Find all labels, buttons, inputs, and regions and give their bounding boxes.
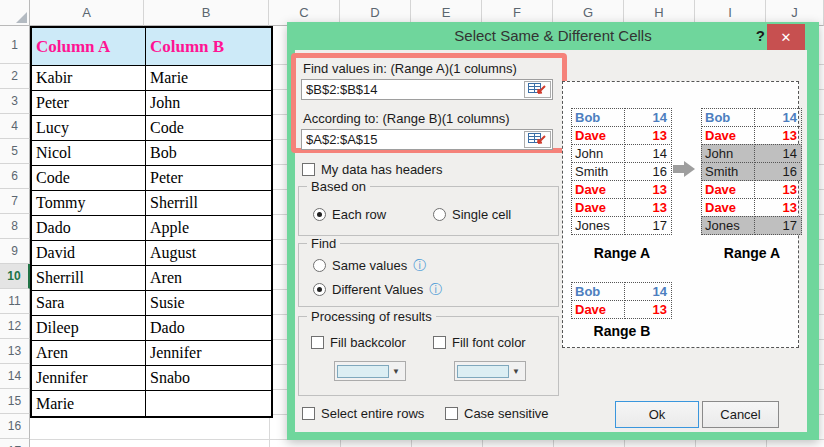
- row-header-17[interactable]: 17: [0, 439, 30, 447]
- cell[interactable]: Sherrill: [146, 191, 271, 216]
- backcolor-dropdown[interactable]: ▼: [334, 361, 406, 381]
- range-picker-icon[interactable]: [524, 81, 551, 98]
- row-header-6[interactable]: 6: [0, 164, 30, 189]
- cell[interactable]: David: [32, 241, 146, 266]
- select-all-corner[interactable]: [0, 0, 30, 26]
- row-header-4[interactable]: 4: [0, 114, 30, 139]
- row-header-7[interactable]: 7: [0, 189, 30, 214]
- info-icon[interactable]: ⓘ: [429, 283, 442, 296]
- table-row: DadoApple: [32, 216, 271, 241]
- radio-button[interactable]: [313, 208, 326, 221]
- dialog-title: Select Same & Different Cells: [287, 22, 819, 50]
- illustration-value-cell: 17: [624, 216, 672, 235]
- cancel-button[interactable]: Cancel: [702, 401, 779, 428]
- row-header-2[interactable]: 2: [0, 64, 30, 89]
- radio-label: Single cell: [452, 207, 511, 222]
- cell[interactable]: Apple: [146, 216, 271, 241]
- cell[interactable]: Jennifer: [146, 341, 271, 366]
- row-header-1[interactable]: 1: [0, 26, 30, 64]
- row-header-8[interactable]: 8: [0, 214, 30, 239]
- cell[interactable]: Dileep: [32, 316, 146, 341]
- illustration-row: John14: [571, 144, 673, 163]
- row-header-12[interactable]: 12: [0, 314, 30, 339]
- checkbox-box[interactable]: [311, 336, 324, 349]
- row-header-11[interactable]: 11: [0, 289, 30, 314]
- cell[interactable]: [146, 391, 271, 416]
- each-row-radio[interactable]: Each row: [313, 207, 386, 222]
- different-values-radio[interactable]: Different Values ⓘ: [313, 282, 442, 297]
- row-header-10[interactable]: 10: [0, 264, 30, 289]
- info-icon[interactable]: ⓘ: [413, 259, 426, 272]
- illustration-value-cell: 14: [624, 282, 672, 301]
- cell[interactable]: Snabo: [146, 366, 271, 391]
- cell[interactable]: Aren: [32, 341, 146, 366]
- range-a-table: Bob14Dave13John14Smith16Dave13Dave13Jone…: [571, 109, 673, 235]
- row-header-15[interactable]: 15: [0, 389, 30, 414]
- fill-font-color-checkbox[interactable]: Fill font color: [433, 335, 526, 350]
- cell[interactable]: Dado: [146, 316, 271, 341]
- row-header-16[interactable]: 16: [0, 414, 30, 439]
- illustration-value-cell: 13: [624, 300, 672, 319]
- radio-label: Each row: [332, 207, 386, 222]
- column-header-a[interactable]: A: [30, 0, 144, 26]
- fill-backcolor-checkbox[interactable]: Fill backcolor: [311, 335, 406, 350]
- cell[interactable]: Column A: [32, 28, 146, 66]
- same-values-radio[interactable]: Same values ⓘ: [313, 258, 426, 273]
- table-row: Marie: [32, 391, 271, 416]
- cell[interactable]: Lucy: [32, 116, 146, 141]
- cell[interactable]: Aren: [146, 266, 271, 291]
- illustration-value-cell: 16: [624, 162, 672, 181]
- range-picker-icon[interactable]: [524, 131, 551, 148]
- cell[interactable]: Code: [146, 116, 271, 141]
- radio-button[interactable]: [433, 208, 446, 221]
- cell[interactable]: Sara: [32, 291, 146, 316]
- checkbox-box[interactable]: [433, 336, 446, 349]
- checkbox-label: Select entire rows: [321, 406, 424, 421]
- column-header-b[interactable]: B: [144, 0, 269, 26]
- cell[interactable]: Kabir: [32, 66, 146, 91]
- illustration-name-cell: Smith: [701, 162, 755, 181]
- color-swatch: [337, 365, 389, 378]
- cell[interactable]: John: [146, 91, 271, 116]
- illustration-name-cell: Bob: [701, 108, 755, 127]
- single-cell-radio[interactable]: Single cell: [433, 207, 511, 222]
- cell[interactable]: August: [146, 241, 271, 266]
- illustration-row: Dave13: [701, 126, 803, 145]
- cell[interactable]: Marie: [32, 391, 146, 416]
- fontcolor-dropdown[interactable]: ▼: [454, 361, 526, 381]
- cell[interactable]: Susie: [146, 291, 271, 316]
- cell[interactable]: Dado: [32, 216, 146, 241]
- cell[interactable]: Jennifer: [32, 366, 146, 391]
- cell[interactable]: Sherrill: [32, 266, 146, 291]
- help-icon[interactable]: ?: [756, 27, 765, 44]
- cell[interactable]: Column B: [146, 28, 271, 66]
- row-header-3[interactable]: 3: [0, 89, 30, 114]
- row-header-13[interactable]: 13: [0, 339, 30, 364]
- checkbox-box[interactable]: [445, 407, 458, 420]
- ok-button[interactable]: Ok: [615, 401, 699, 428]
- close-icon[interactable]: ✕: [767, 24, 805, 50]
- cell[interactable]: Nicol: [32, 141, 146, 166]
- cell[interactable]: Bob: [146, 141, 271, 166]
- checkbox-box[interactable]: [302, 407, 315, 420]
- cell[interactable]: Tommy: [32, 191, 146, 216]
- row-header-9[interactable]: 9: [0, 239, 30, 264]
- row-header-14[interactable]: 14: [0, 364, 30, 389]
- table-row: CodePeter: [32, 166, 271, 191]
- case-sensitive-checkbox[interactable]: Case sensitive: [445, 406, 549, 421]
- illustration-value-cell: 14: [754, 108, 802, 127]
- cell[interactable]: Peter: [32, 91, 146, 116]
- radio-button[interactable]: [313, 259, 326, 272]
- based-on-legend: Based on: [307, 179, 370, 194]
- select-entire-rows-checkbox[interactable]: Select entire rows: [302, 406, 424, 421]
- checkbox-box[interactable]: [302, 163, 315, 176]
- cell[interactable]: Peter: [146, 166, 271, 191]
- cell[interactable]: Code: [32, 166, 146, 191]
- according-to-input[interactable]: [302, 130, 552, 149]
- my-data-has-headers-checkbox[interactable]: My data has headers: [302, 162, 442, 177]
- find-values-input[interactable]: [302, 80, 552, 99]
- illustration-row: Dave13: [701, 198, 803, 217]
- cell[interactable]: Marie: [146, 66, 271, 91]
- radio-button[interactable]: [313, 283, 326, 296]
- row-header-5[interactable]: 5: [0, 139, 30, 164]
